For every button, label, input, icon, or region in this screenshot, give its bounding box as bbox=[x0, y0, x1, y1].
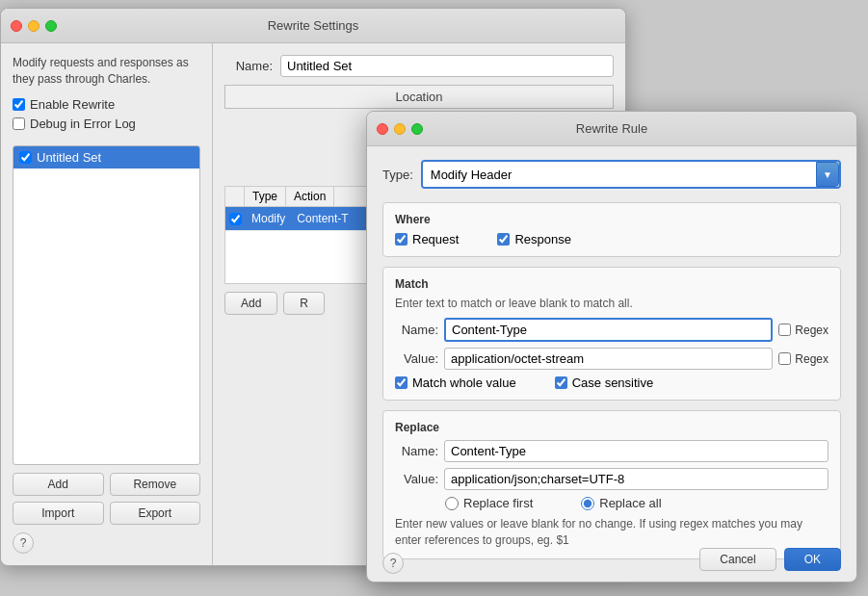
match-value-input[interactable] bbox=[444, 348, 773, 370]
enable-rewrite-row: Enable Rewrite bbox=[13, 97, 200, 112]
maximize-btn[interactable] bbox=[45, 20, 57, 32]
sidebar-buttons: Add Remove Import Export bbox=[13, 473, 200, 525]
match-value-label: Value: bbox=[395, 351, 438, 366]
fg-window-title: Rewrite Rule bbox=[576, 121, 647, 136]
fg-maximize-btn[interactable] bbox=[411, 123, 423, 135]
type-field-label: Type: bbox=[382, 168, 413, 182]
set-item-checkbox[interactable] bbox=[19, 151, 32, 164]
debug-error-row: Debug in Error Log bbox=[13, 117, 200, 131]
response-checkbox[interactable] bbox=[497, 233, 510, 246]
where-title: Where bbox=[395, 213, 829, 226]
debug-label: Debug in Error Log bbox=[30, 117, 136, 131]
enable-rewrite-checkbox[interactable] bbox=[13, 98, 25, 111]
case-sensitive-label: Case sensitive bbox=[572, 376, 654, 390]
name-regex-label: Regex bbox=[795, 324, 829, 337]
type-input[interactable] bbox=[423, 162, 816, 187]
type-col-header: Type bbox=[245, 187, 286, 206]
cancel-button[interactable]: Cancel bbox=[699, 548, 776, 571]
replace-name-input[interactable] bbox=[444, 440, 829, 462]
name-regex-check: Regex bbox=[778, 324, 829, 337]
remove-set-button[interactable]: Remove bbox=[110, 473, 201, 496]
replace-all-item: Replace all bbox=[581, 496, 661, 510]
match-name-label: Name: bbox=[395, 323, 438, 337]
bg-window-title: Rewrite Settings bbox=[268, 18, 359, 33]
name-row: Name: bbox=[224, 55, 614, 77]
name-field-label: Name: bbox=[224, 59, 273, 73]
minimize-btn[interactable] bbox=[28, 20, 39, 32]
replace-name-row: Name: bbox=[395, 440, 829, 462]
fg-content: Type: ▼ Where Request Response Ma bbox=[367, 146, 856, 583]
match-name-row: Name: Regex bbox=[395, 318, 829, 342]
rule-type-cell: Modify bbox=[246, 210, 291, 227]
value-regex-label: Regex bbox=[795, 352, 829, 366]
fg-titlebar: Rewrite Rule bbox=[367, 112, 856, 146]
debug-checkbox[interactable] bbox=[13, 117, 25, 130]
replace-value-row: Value: bbox=[395, 468, 829, 490]
fg-close-btn[interactable] bbox=[377, 123, 388, 135]
sidebar-description: Modify requests and responses as they pa… bbox=[13, 55, 200, 88]
value-regex-checkbox[interactable] bbox=[778, 352, 791, 365]
where-row: Request Response bbox=[395, 232, 829, 246]
sidebar-help-button[interactable]: ? bbox=[13, 532, 34, 554]
where-section: Where Request Response bbox=[382, 202, 841, 257]
set-item-label: Untitled Set bbox=[37, 150, 101, 165]
action-col-header: Action bbox=[286, 187, 334, 206]
enable-rewrite-label: Enable Rewrite bbox=[30, 97, 115, 112]
close-btn[interactable] bbox=[11, 20, 22, 32]
response-checkbox-item: Response bbox=[497, 232, 571, 246]
replace-first-radio[interactable] bbox=[445, 497, 459, 510]
match-name-input[interactable] bbox=[444, 318, 773, 342]
match-hint: Enter text to match or leave blank to ma… bbox=[395, 297, 829, 310]
replace-name-label: Name: bbox=[395, 444, 438, 458]
window-controls bbox=[11, 20, 57, 32]
case-sensitive-item: Case sensitive bbox=[555, 376, 654, 390]
request-checkbox-item: Request bbox=[395, 232, 459, 246]
match-whole-item: Match whole value bbox=[395, 376, 516, 390]
match-section: Match Enter text to match or leave blank… bbox=[382, 267, 841, 401]
add-set-button[interactable]: Add bbox=[13, 473, 104, 496]
replace-first-label: Replace first bbox=[463, 496, 533, 510]
value-regex-check: Regex bbox=[778, 352, 829, 366]
location-header: Location bbox=[224, 85, 614, 109]
sidebar: Modify requests and responses as they pa… bbox=[1, 43, 213, 565]
radio-row: Replace first Replace all bbox=[445, 496, 829, 510]
match-options: Match whole value Case sensitive bbox=[395, 376, 829, 390]
bg-titlebar: Rewrite Settings bbox=[1, 9, 625, 43]
replace-all-radio[interactable] bbox=[581, 497, 594, 510]
name-regex-checkbox[interactable] bbox=[778, 324, 791, 336]
fg-help-button[interactable]: ? bbox=[382, 553, 404, 574]
replace-first-item: Replace first bbox=[445, 496, 533, 510]
match-title: Match bbox=[395, 277, 829, 291]
replace-title: Replace bbox=[395, 421, 829, 434]
replace-value-label: Value: bbox=[395, 472, 438, 486]
match-whole-checkbox[interactable] bbox=[395, 376, 408, 389]
response-label: Response bbox=[514, 232, 571, 246]
ok-button[interactable]: OK bbox=[784, 548, 841, 571]
replace-value-input[interactable] bbox=[444, 468, 829, 490]
replace-all-label: Replace all bbox=[599, 496, 661, 510]
remove-rule-button[interactable]: R bbox=[283, 292, 325, 315]
import-export-row: Import Export bbox=[13, 502, 200, 525]
import-button[interactable]: Import bbox=[13, 502, 104, 525]
fg-bottom-bar: ? Cancel OK bbox=[367, 537, 856, 582]
request-label: Request bbox=[412, 232, 459, 246]
type-row: Type: ▼ bbox=[382, 160, 841, 189]
rule-row-checkbox[interactable] bbox=[229, 213, 242, 225]
type-input-wrapper: ▼ bbox=[421, 160, 841, 189]
rewrite-rule-window: Rewrite Rule Type: ▼ Where Request Respo… bbox=[366, 111, 857, 583]
add-rule-button[interactable]: Add bbox=[224, 292, 277, 315]
untitled-set-item[interactable]: Untitled Set bbox=[13, 146, 199, 168]
name-input[interactable] bbox=[280, 55, 614, 77]
add-remove-row: Add Remove bbox=[13, 473, 200, 496]
match-value-row: Value: Regex bbox=[395, 348, 829, 370]
export-button[interactable]: Export bbox=[110, 502, 201, 525]
request-checkbox[interactable] bbox=[395, 233, 408, 246]
match-whole-label: Match whole value bbox=[412, 376, 516, 390]
type-dropdown-btn[interactable]: ▼ bbox=[816, 162, 839, 187]
fg-minimize-btn[interactable] bbox=[394, 123, 406, 135]
rule-action-cell: Content-T bbox=[291, 210, 354, 227]
case-sensitive-checkbox[interactable] bbox=[555, 376, 567, 389]
sets-list[interactable]: Untitled Set bbox=[13, 145, 200, 465]
fg-window-controls bbox=[377, 123, 423, 135]
